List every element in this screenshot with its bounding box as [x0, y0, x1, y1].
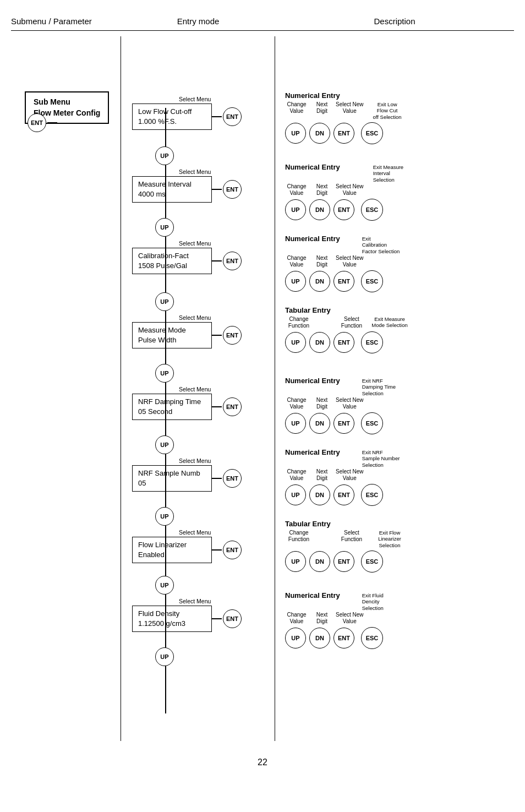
ent-btn-5[interactable]: ENT — [223, 397, 242, 416]
desc-type-header-2: Numerical Entry Exit MeasureIntervalSele… — [285, 163, 525, 183]
desc-dn-6[interactable]: DN — [309, 484, 330, 505]
ent-btn-7[interactable]: ENT — [223, 541, 242, 559]
param-box-6: NRF Sample Numb05 — [132, 465, 212, 492]
up-4: UP — [154, 364, 175, 383]
desc-group-1: Numerical Entry ChangeValue NextDigit Se… — [285, 91, 525, 144]
up-2: UP — [154, 218, 175, 237]
desc-dn-3[interactable]: DN — [309, 271, 330, 292]
param-box-5: NRF Damping Time05 Second — [132, 394, 212, 420]
ent-btn-4[interactable]: ENT — [223, 326, 242, 345]
desc-label-1-2: NextDigit — [310, 101, 333, 115]
desc-up-3[interactable]: UP — [285, 271, 306, 292]
ent-btn-2[interactable]: ENT — [223, 180, 242, 199]
param-row-4: Measure ModePulse Width ENT — [132, 322, 270, 348]
desc-label-6-2: NextDigit — [310, 468, 333, 482]
ent-btn-8[interactable]: ENT — [223, 609, 242, 628]
desc-up-6[interactable]: UP — [285, 484, 306, 505]
desc-ent-2[interactable]: ENT — [333, 199, 354, 220]
desc-dn-8[interactable]: DN — [309, 628, 330, 648]
desc-ent-7[interactable]: ENT — [333, 551, 354, 572]
desc-btns-4: UP DN ENT ESC — [285, 331, 525, 353]
desc-btns-8: UP DN ENT ESC — [285, 627, 525, 649]
desc-ent-3[interactable]: ENT — [333, 271, 354, 292]
up-btn-5[interactable]: UP — [155, 435, 174, 454]
desc-exit-label-3: ExitCalibrationFactor Selection — [362, 236, 400, 254]
desc-ent-6[interactable]: ENT — [333, 484, 354, 505]
desc-label-4-1: ChangeFunction — [285, 316, 313, 329]
desc-esc-5[interactable]: ESC — [361, 412, 383, 434]
desc-labels-3: ChangeValue NextDigit Select NewValue — [285, 255, 525, 268]
up-1: UP — [154, 146, 175, 165]
page: Submenu / Parameter Entry mode Descripti… — [0, 0, 525, 812]
up-btn-8[interactable]: UP — [155, 647, 174, 666]
desc-dn-5[interactable]: DN — [309, 413, 330, 434]
up-btn-2[interactable]: UP — [155, 218, 174, 237]
desc-label-8-3: Select NewValue — [336, 612, 364, 625]
desc-esc-3[interactable]: ESC — [361, 270, 383, 292]
param-calibration: Select Menu Calibration-Fact1508 Pulse/G… — [132, 240, 270, 274]
desc-esc-7[interactable]: ESC — [361, 551, 383, 573]
desc-ent-4[interactable]: ENT — [333, 332, 354, 353]
desc-up-5[interactable]: UP — [285, 413, 306, 434]
desc-labels-4: ChangeFunction SelectFunction Exit Measu… — [285, 316, 525, 329]
up-btn-1[interactable]: UP — [155, 146, 174, 165]
desc-ent-5[interactable]: ENT — [333, 413, 354, 434]
up-8: UP — [154, 647, 175, 666]
desc-group-5: Numerical Entry Exit NRFDamping TimeSele… — [285, 377, 525, 434]
desc-btns-2: UP DN ENT ESC — [285, 199, 525, 221]
param-box-7: Flow LinearizerEnabled — [132, 537, 212, 563]
middle-column: Select Menu Low Flow Cut-off1.000 %F.S. … — [121, 36, 275, 741]
desc-up-4[interactable]: UP — [285, 332, 306, 353]
desc-dn-1[interactable]: DN — [309, 123, 330, 144]
up-3: UP — [154, 292, 175, 311]
desc-dn-4[interactable]: DN — [309, 332, 330, 353]
up-btn-3[interactable]: UP — [155, 292, 174, 311]
desc-dn-2[interactable]: DN — [309, 199, 330, 220]
header-row: Submenu / Parameter Entry mode Descripti… — [11, 17, 514, 31]
param-fluid-density: Select Menu Fluid Density1.12500 g/cm3 E… — [132, 598, 270, 632]
desc-labels-6: ChangeValue NextDigit Select NewValue — [285, 468, 525, 482]
desc-type-header-8: Numerical Entry Exit FluidDencitySelecti… — [285, 591, 525, 611]
desc-label-8-2: NextDigit — [310, 612, 333, 625]
desc-label-6-3: Select NewValue — [336, 468, 364, 482]
connector-line-5 — [212, 406, 222, 407]
desc-type-6: Numerical Entry — [285, 448, 340, 456]
desc-label-1-4: Exit LowFlow Cutoff Selection — [368, 101, 407, 120]
desc-label-7-1: ChangeFunction — [285, 530, 313, 543]
desc-label-4-4: Exit MeasureMode Selection — [368, 316, 412, 329]
up-btn-4[interactable]: UP — [155, 364, 174, 383]
desc-ent-8[interactable]: ENT — [333, 628, 354, 648]
param-nrf-sample: Select Menu NRF Sample Numb05 ENT — [132, 457, 270, 492]
desc-label-1-3: Select NewValue — [336, 101, 364, 115]
desc-labels-8: ChangeValue NextDigit Select NewValue — [285, 612, 525, 625]
up-btn-7[interactable]: UP — [155, 576, 174, 595]
desc-type-2: Numerical Entry — [285, 163, 340, 171]
select-menu-label-3: Select Menu — [179, 240, 270, 247]
ent-btn-6[interactable]: ENT — [223, 469, 242, 488]
header-entry: Entry mode — [121, 17, 275, 26]
desc-type-7: Tabular Entry — [285, 520, 525, 528]
desc-dn-7[interactable]: DN — [309, 551, 330, 572]
left-ent-button[interactable]: ENT — [28, 113, 46, 132]
desc-esc-4[interactable]: ESC — [361, 331, 383, 353]
desc-esc-8[interactable]: ESC — [361, 627, 383, 649]
desc-esc-6[interactable]: ESC — [361, 484, 383, 506]
desc-esc-2[interactable]: ESC — [361, 199, 383, 221]
desc-btns-7: UP DN ENT ESC — [285, 551, 525, 573]
desc-up-2[interactable]: UP — [285, 199, 306, 220]
desc-ent-1[interactable]: ENT — [333, 123, 354, 144]
desc-up-7[interactable]: UP — [285, 551, 306, 572]
desc-btns-3: UP DN ENT ESC — [285, 270, 525, 292]
param-box-4: Measure ModePulse Width — [132, 322, 212, 348]
desc-label-2-3: Select NewValue — [336, 183, 364, 197]
ent-btn-3[interactable]: ENT — [223, 252, 242, 270]
param-measure-mode: Select Menu Measure ModePulse Width ENT — [132, 314, 270, 348]
param-row-7: Flow LinearizerEnabled ENT — [132, 537, 270, 563]
ent-btn-1[interactable]: ENT — [223, 107, 242, 126]
param-row-3: Calibration-Fact1508 Pulse/Gal ENT — [132, 248, 270, 274]
desc-up-8[interactable]: UP — [285, 628, 306, 648]
desc-esc-1[interactable]: ESC — [361, 122, 383, 144]
up-btn-6[interactable]: UP — [155, 507, 174, 526]
desc-up-1[interactable]: UP — [285, 123, 306, 144]
desc-type-3: Numerical Entry — [285, 235, 340, 243]
